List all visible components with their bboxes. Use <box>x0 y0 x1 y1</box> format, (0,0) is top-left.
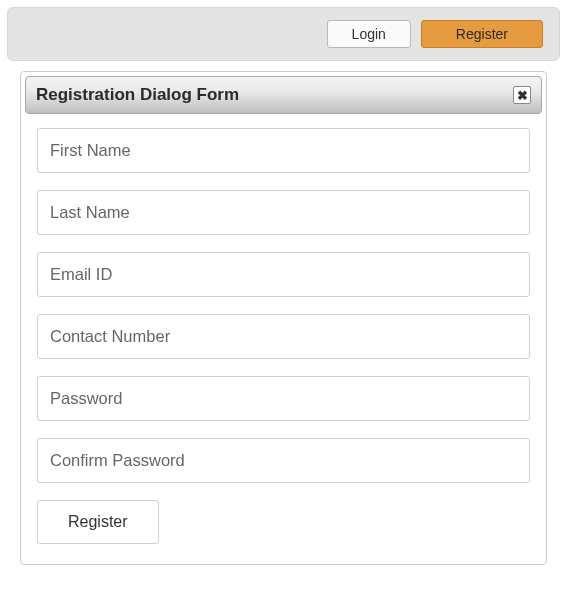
close-icon[interactable]: ✖ <box>513 86 531 104</box>
first-name-field[interactable] <box>37 128 530 173</box>
dialog-body: Register <box>25 114 542 560</box>
register-button[interactable]: Register <box>421 20 543 48</box>
login-button[interactable]: Login <box>327 20 411 48</box>
email-field[interactable] <box>37 252 530 297</box>
contact-number-field[interactable] <box>37 314 530 359</box>
dialog-title: Registration Dialog Form <box>36 85 239 105</box>
dialog-titlebar: Registration Dialog Form ✖ <box>25 76 542 114</box>
confirm-password-field[interactable] <box>37 438 530 483</box>
top-toolbar: Login Register <box>7 7 560 61</box>
registration-dialog: Registration Dialog Form ✖ Register <box>20 71 547 565</box>
last-name-field[interactable] <box>37 190 530 235</box>
submit-register-button[interactable]: Register <box>37 500 159 544</box>
password-field[interactable] <box>37 376 530 421</box>
